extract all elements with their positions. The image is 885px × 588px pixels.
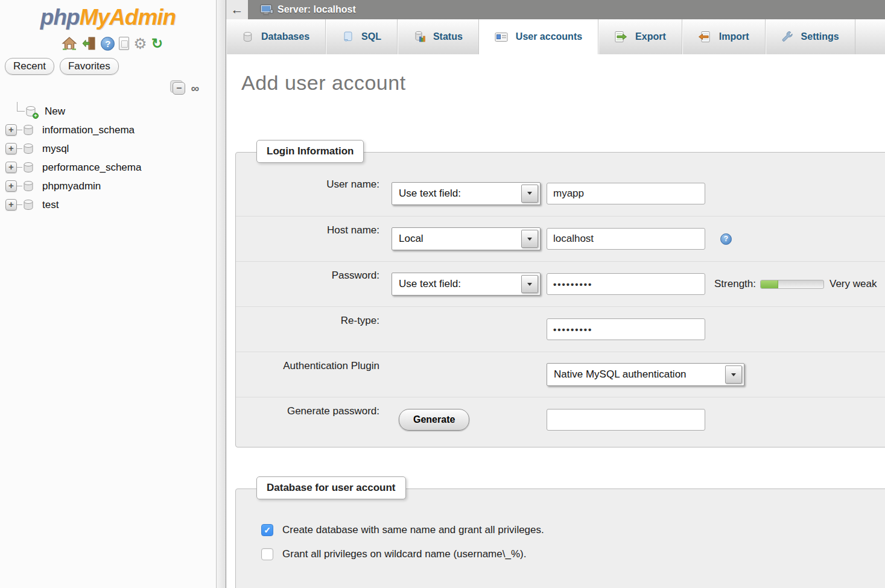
status-icon (413, 31, 425, 43)
phpmyadmin-logo[interactable]: phpMyAdmin (0, 5, 216, 30)
link-with-main-icon[interactable]: ∞ (191, 83, 199, 95)
collapse-all-icon[interactable]: – (173, 82, 185, 95)
tree-item-label[interactable]: information_schema (42, 124, 135, 136)
tree-item-phpmyadmin[interactable]: phpmyadmin (0, 177, 216, 195)
generated-password-input[interactable] (547, 409, 705, 431)
tree-item-test[interactable]: test (0, 195, 216, 214)
logo-php: php (40, 5, 80, 30)
username-type-select[interactable]: Use text field: (392, 182, 541, 205)
settings-wrench-icon (781, 31, 793, 43)
database-for-user-legend: Database for user account (256, 476, 406, 499)
password-input[interactable] (547, 273, 705, 295)
home-icon[interactable] (62, 36, 77, 51)
tab-import[interactable]: Import (682, 19, 766, 54)
database-icon (22, 180, 34, 192)
chevron-down-icon[interactable] (521, 185, 538, 203)
recent-button[interactable]: Recent (5, 58, 54, 75)
tab-sql[interactable]: SQL (326, 19, 398, 54)
export-icon (614, 31, 627, 43)
expand-plus-icon[interactable] (5, 180, 17, 192)
sql-icon (341, 31, 354, 43)
checkbox-checked-icon[interactable] (261, 524, 273, 536)
checkbox-unchecked-icon[interactable] (261, 548, 273, 560)
favorites-button[interactable]: Favorites (60, 58, 119, 75)
tab-label: Status (433, 31, 463, 42)
tree-item-label[interactable]: test (42, 199, 59, 211)
navigation-sidebar: phpMyAdmin ? ⚙ ↻ Recent Favorites – (0, 0, 216, 588)
tree-item-new[interactable]: + New (0, 102, 216, 121)
tab-status[interactable]: Status (398, 19, 479, 54)
create-database-option[interactable]: Create database with same name and grant… (261, 524, 885, 536)
tree-item-information-schema[interactable]: information_schema (0, 121, 216, 139)
database-tree: + New information_schema (0, 102, 216, 214)
database-for-user-fieldset: Database for user account Create databas… (235, 488, 885, 588)
user-accounts-icon (495, 31, 508, 43)
login-information-fieldset: Login Information User name: Use text fi… (235, 152, 885, 447)
database-icon (22, 199, 34, 211)
chevron-down-icon[interactable] (725, 365, 742, 384)
tree-item-label[interactable]: New (45, 106, 65, 118)
login-information-legend: Login Information (256, 140, 364, 163)
expand-plus-icon[interactable] (5, 199, 17, 210)
password-strength: Strength: Very weak (714, 278, 877, 290)
expand-plus-icon[interactable] (5, 143, 17, 154)
tab-databases[interactable]: Databases (226, 19, 326, 54)
docs-icon[interactable] (119, 37, 129, 50)
hostname-label: Host name: (236, 224, 379, 236)
checkbox-label: Create database with same name and grant… (282, 524, 544, 536)
tab-export[interactable]: Export (598, 19, 682, 54)
help-icon[interactable]: ? (101, 37, 115, 51)
import-icon (698, 31, 711, 43)
tree-item-label[interactable]: phpmyadmin (42, 180, 101, 192)
tab-settings[interactable]: Settings (766, 19, 855, 54)
gear-icon[interactable]: ⚙ (133, 36, 147, 51)
auth-plugin-row: Authentication Plugin Native MySQL authe… (236, 352, 885, 397)
username-row: User name: Use text field: (236, 171, 885, 216)
generate-button[interactable]: Generate (399, 409, 469, 431)
tree-item-label[interactable]: mysql (42, 143, 69, 155)
plus-badge-icon: + (33, 113, 39, 119)
tree-item-label[interactable]: performance_schema (42, 162, 141, 174)
tree-elbow-line (17, 102, 25, 112)
strength-meter (760, 280, 824, 289)
hostname-input[interactable] (547, 228, 705, 250)
checkbox-label: Grant all privileges on wildcard name (u… (282, 548, 526, 560)
password-label: Password: (236, 270, 379, 282)
main-panel: ← Server: localhost Databases (226, 0, 885, 588)
hostname-type-select[interactable]: Local (392, 227, 541, 250)
tab-label: Export (635, 31, 666, 42)
chevron-down-icon[interactable] (521, 230, 538, 248)
auth-plugin-label: Authentication Plugin (236, 360, 379, 372)
expand-plus-icon[interactable] (5, 124, 17, 136)
tree-item-mysql[interactable]: mysql (0, 139, 216, 158)
generate-password-label: Generate password: (236, 405, 379, 417)
expand-plus-icon[interactable] (5, 162, 17, 173)
username-input[interactable] (547, 183, 705, 204)
password-type-select[interactable]: Use text field: (392, 273, 541, 296)
tree-tools: – ∞ (0, 82, 199, 95)
tree-item-performance-schema[interactable]: performance_schema (0, 158, 216, 177)
server-title-text: Server: localhost (278, 4, 356, 15)
page-content: Add user account Login Information User … (226, 54, 885, 588)
password-row: Password: Use text field: Strength: (236, 261, 885, 306)
new-database-icon: + (25, 106, 37, 118)
sidebar-resize-handle[interactable] (216, 0, 226, 588)
page-title: Add user account (241, 71, 406, 95)
auth-plugin-select[interactable]: Native MySQL authentication (547, 363, 744, 386)
retype-password-input[interactable] (547, 318, 705, 340)
sidebar-toolbar: ? ⚙ ↻ (0, 35, 163, 52)
tab-user-accounts[interactable]: User accounts (479, 19, 598, 54)
chevron-down-icon[interactable] (521, 275, 538, 293)
refresh-icon[interactable]: ↻ (151, 36, 163, 51)
back-arrow-button[interactable]: ← (226, 0, 248, 19)
server-monitor-icon (260, 4, 273, 16)
logout-icon[interactable] (81, 36, 97, 51)
generate-password-row: Generate password: Generate (236, 397, 885, 442)
hostname-help-icon[interactable]: ? (720, 233, 732, 245)
logo-myadmin: MyAdmin (80, 5, 176, 30)
server-title: Server: localhost (260, 4, 356, 16)
grant-wildcard-option[interactable]: Grant all privileges on wildcard name (u… (261, 548, 885, 560)
strength-label: Strength: (714, 278, 756, 290)
sidebar-quick-buttons: Recent Favorites (5, 58, 216, 75)
database-icon (22, 162, 34, 174)
